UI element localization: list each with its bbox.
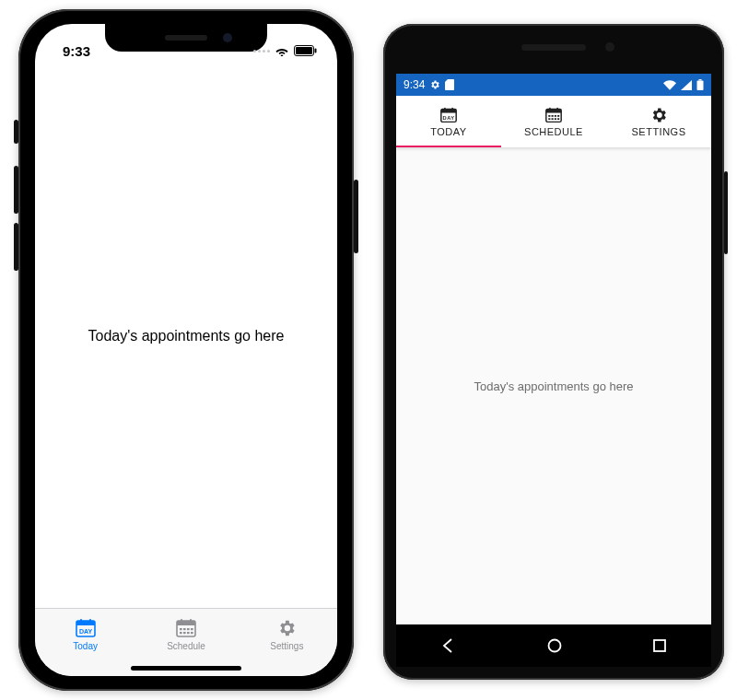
tab-today[interactable]: DAY TODAY	[396, 96, 501, 147]
gear-icon	[649, 106, 669, 124]
front-camera	[605, 42, 614, 52]
svg-rect-4	[76, 621, 95, 625]
gear-icon	[429, 79, 440, 90]
svg-text:DAY: DAY	[443, 115, 455, 121]
svg-rect-5	[80, 619, 82, 623]
svg-rect-37	[555, 118, 556, 120]
tab-label: SCHEDULE	[524, 126, 583, 137]
tab-label: Today	[73, 641, 98, 651]
iphone-device: 9:33 Today's appointments go here DAY	[18, 9, 354, 691]
svg-rect-32	[552, 115, 554, 117]
svg-rect-9	[177, 621, 195, 625]
svg-rect-1	[296, 47, 312, 54]
svg-rect-25	[451, 108, 453, 111]
tab-label: Schedule	[167, 641, 205, 651]
svg-rect-15	[191, 628, 193, 630]
battery-icon	[294, 45, 317, 56]
calendar-grid-icon	[174, 617, 198, 639]
svg-rect-21	[697, 80, 704, 90]
svg-rect-23	[441, 109, 456, 112]
tab-label: Settings	[270, 641, 303, 651]
ios-content-area: Today's appointments go here	[35, 64, 337, 608]
tab-schedule[interactable]: SCHEDULE	[501, 96, 606, 147]
calendar-day-icon: DAY	[439, 106, 459, 124]
wifi-icon	[663, 80, 676, 90]
volume-down-button	[14, 223, 18, 271]
svg-rect-14	[187, 628, 190, 630]
svg-rect-31	[548, 115, 550, 117]
svg-rect-18	[187, 632, 190, 634]
android-screen: 9:34	[396, 74, 711, 624]
calendar-grid-icon	[544, 106, 564, 124]
home-indicator[interactable]	[131, 666, 241, 671]
speaker-grille	[521, 44, 586, 51]
svg-rect-24	[444, 108, 446, 111]
svg-rect-10	[181, 619, 182, 623]
side-button	[354, 180, 358, 253]
calendar-day-icon: DAY	[74, 617, 98, 639]
svg-rect-28	[546, 109, 561, 112]
tab-label: TODAY	[430, 126, 466, 137]
tab-settings[interactable]: SETTINGS	[606, 96, 711, 147]
content-placeholder-text: Today's appointments go here	[88, 328, 285, 344]
svg-rect-2	[315, 49, 317, 53]
svg-rect-19	[191, 632, 193, 634]
svg-rect-29	[549, 108, 551, 111]
android-device: 9:34	[383, 24, 724, 680]
svg-text:DAY: DAY	[79, 628, 92, 635]
android-nav-bar	[396, 624, 711, 667]
svg-point-39	[548, 640, 560, 652]
svg-rect-16	[180, 632, 182, 634]
android-status-bar: 9:34	[396, 74, 711, 96]
svg-rect-40	[654, 640, 665, 651]
status-time: 9:34	[404, 78, 425, 91]
content-placeholder-text: Today's appointments go here	[474, 379, 633, 393]
svg-rect-13	[183, 628, 186, 630]
status-time: 9:33	[63, 43, 90, 59]
android-content-area: Today's appointments go here	[396, 147, 711, 624]
tab-settings[interactable]: Settings	[237, 609, 337, 659]
android-tab-bar: DAY TODAY SCHEDULE SETTINGS	[396, 96, 711, 147]
iphone-screen: 9:33 Today's appointments go here DAY	[35, 24, 337, 676]
tab-today[interactable]: DAY Today	[35, 609, 135, 659]
gear-icon	[275, 617, 298, 639]
tab-indicator	[396, 146, 501, 147]
wifi-icon	[275, 45, 289, 56]
sd-card-icon	[445, 79, 454, 90]
svg-rect-34	[557, 115, 559, 117]
svg-rect-35	[548, 118, 550, 120]
svg-rect-11	[190, 619, 192, 623]
svg-rect-12	[180, 628, 182, 630]
mute-switch	[14, 120, 18, 144]
cell-signal-icon	[681, 80, 692, 90]
svg-rect-30	[556, 108, 558, 111]
svg-rect-6	[89, 619, 91, 623]
recent-apps-button[interactable]	[652, 638, 667, 653]
svg-rect-36	[552, 118, 554, 120]
volume-up-button	[14, 166, 18, 214]
status-right-cluster	[253, 45, 317, 56]
svg-rect-20	[699, 79, 702, 80]
battery-icon	[696, 79, 704, 90]
svg-rect-38	[557, 118, 559, 120]
svg-rect-17	[183, 632, 186, 634]
power-button	[724, 171, 728, 254]
tab-schedule[interactable]: Schedule	[135, 609, 236, 659]
tab-label: SETTINGS	[631, 126, 685, 137]
home-button[interactable]	[546, 637, 563, 654]
signal-dots-icon	[253, 50, 270, 52]
svg-rect-33	[555, 115, 556, 117]
ios-status-bar: 9:33	[35, 24, 337, 64]
back-button[interactable]	[440, 637, 457, 654]
